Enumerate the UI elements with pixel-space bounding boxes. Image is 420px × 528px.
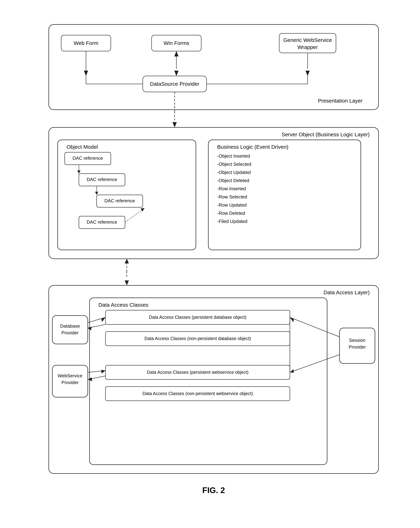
event-8: -Row Deleted — [217, 211, 245, 216]
business-logic-title: Business Logic (Event Driven) — [217, 144, 288, 150]
svg-marker-52 — [101, 370, 105, 373]
svg-marker-36 — [125, 280, 129, 285]
object-model-title: Object Model — [67, 144, 98, 150]
svg-marker-34 — [125, 259, 129, 263]
web-form-label: Web Form — [74, 40, 98, 46]
dac-item-1: Data Access Classes (persistent database… — [149, 315, 246, 320]
svg-marker-19 — [172, 122, 177, 127]
server-layer-label: Server Object (Business Logic Layer) — [282, 132, 370, 137]
svg-rect-38 — [90, 298, 327, 465]
dac-ref-3: DAC reference — [104, 198, 135, 204]
svg-marker-24 — [77, 170, 80, 174]
database-provider-label: Database — [60, 323, 80, 329]
event-1: -Object Inserted — [217, 153, 250, 159]
svg-line-57 — [290, 317, 340, 337]
webservice-provider-label: WebService — [58, 373, 82, 378]
svg-marker-31 — [141, 208, 145, 212]
dac-item-3: Data Access Classes (persistent webservi… — [147, 370, 248, 375]
svg-marker-8 — [174, 71, 179, 76]
svg-marker-54 — [88, 377, 92, 381]
dac-ref-2: DAC reference — [87, 177, 117, 182]
presentation-layer-label: Presentation Layer — [318, 98, 363, 104]
svg-marker-60 — [290, 369, 294, 373]
svg-text:Provider: Provider — [61, 380, 79, 385]
page: Web Form Win Forms Generic WebService Wr… — [24, 7, 396, 521]
dac-item-4: Data Access Classes (non-persistent webs… — [142, 391, 253, 396]
svg-line-30 — [125, 208, 145, 222]
svg-text:Provider: Provider — [349, 344, 366, 350]
event-2: -Object Selected — [217, 161, 251, 167]
data-layer-label: Data Access Layer) — [323, 289, 369, 295]
event-7: -Row Updated — [217, 202, 247, 208]
event-9: -Filed Updated — [217, 219, 248, 224]
win-forms-label: Win Forms — [163, 40, 189, 46]
dac-item-2: Data Access Classes (non-persistent data… — [144, 336, 251, 341]
svg-rect-20 — [49, 127, 378, 259]
dac-ref-1: DAC reference — [72, 156, 103, 161]
data-access-classes-title: Data Access Classes — [98, 302, 148, 308]
event-4: -Object Deleted — [217, 178, 249, 183]
dac-ref-4: DAC reference — [87, 219, 117, 225]
svg-rect-43 — [52, 316, 88, 344]
fig-label: FIG. 2 — [202, 486, 225, 495]
svg-marker-58 — [290, 317, 294, 322]
svg-marker-9 — [174, 51, 179, 56]
svg-marker-46 — [101, 317, 105, 322]
datasource-provider-label: DataSource Provider — [150, 81, 199, 87]
generic-webservice-label: Generic WebService — [283, 37, 332, 43]
svg-line-59 — [290, 355, 340, 372]
svg-text:Provider: Provider — [61, 330, 79, 336]
event-6: -Row Selected — [217, 194, 247, 200]
event-3: -Object Updated — [217, 170, 251, 175]
session-provider-label: Session — [349, 337, 365, 343]
architecture-diagram: Web Form Win Forms Generic WebService Wr… — [38, 17, 389, 511]
event-5: -Row Inserted — [217, 186, 246, 191]
svg-text:Wrapper: Wrapper — [297, 44, 318, 50]
svg-marker-27 — [95, 192, 98, 195]
